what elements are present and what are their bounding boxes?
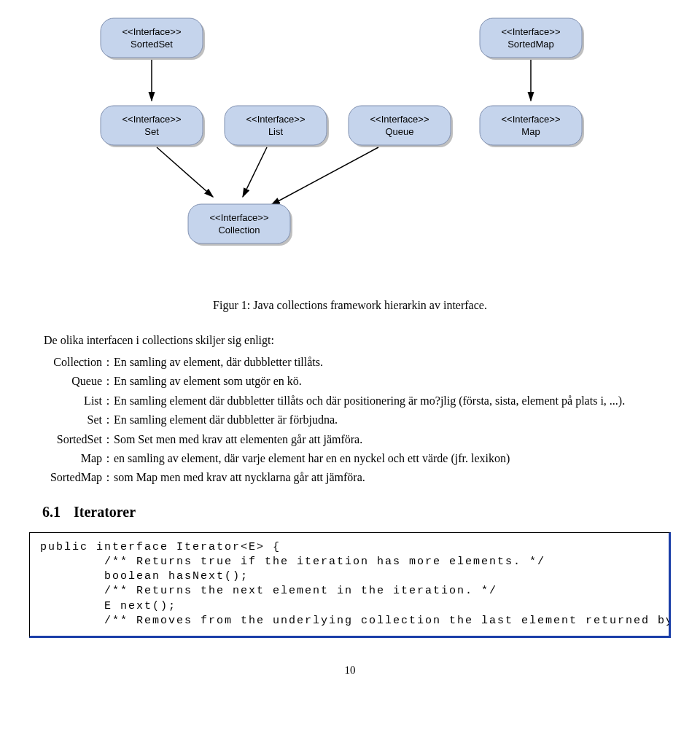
def-desc: Som Set men med krav att elementen går a… — [114, 432, 671, 448]
section-number: 6.1 — [42, 504, 61, 520]
def-term: SortedMap — [29, 470, 102, 486]
def-row: SortedMap : som Map men med krav att nyc… — [29, 470, 671, 486]
def-row: Queue : En samling av element som utgör … — [29, 373, 671, 389]
svg-rect-5 — [480, 18, 582, 58]
svg-text:Queue: Queue — [385, 126, 413, 137]
code-block: public interface Iterator<E> { /** Retur… — [29, 532, 671, 639]
node-queue: <<Interface>> Queue — [349, 106, 453, 147]
node-sorted-map: <<Interface>> SortedMap — [480, 18, 584, 60]
definition-list: Collection : En samling av element, där … — [29, 354, 671, 486]
figure-caption: Figur 1: Java collections framework hier… — [29, 299, 671, 312]
svg-text:List: List — [268, 126, 284, 137]
def-term: Set — [29, 412, 102, 428]
svg-text:<<Interface>>: <<Interface>> — [502, 26, 561, 37]
def-term: List — [29, 393, 102, 409]
svg-text:SortedSet: SortedSet — [131, 39, 173, 50]
svg-text:<<Interface>>: <<Interface>> — [122, 26, 182, 37]
def-term: Collection — [29, 354, 102, 370]
svg-rect-19 — [349, 106, 451, 145]
svg-line-26 — [157, 147, 213, 197]
svg-line-27 — [243, 147, 267, 197]
svg-text:<<Interface>>: <<Interface>> — [210, 212, 269, 223]
def-row: Collection : En samling av element, där … — [29, 354, 671, 370]
svg-text:Set: Set — [144, 126, 159, 137]
node-collection: <<Interface>> Collection — [188, 204, 292, 246]
intro-text: De olika interfacen i collections skilje… — [29, 334, 671, 347]
def-term: Map — [29, 451, 102, 467]
svg-rect-11 — [101, 106, 203, 145]
svg-text:<<Interface>>: <<Interface>> — [122, 114, 182, 125]
node-map: <<Interface>> Map — [480, 106, 584, 147]
svg-rect-15 — [225, 106, 327, 145]
def-desc: En samling av element, där dubbletter ti… — [114, 354, 671, 370]
def-desc: En samling av element som utgör en kö. — [114, 373, 671, 389]
node-set: <<Interface>> Set — [101, 106, 205, 147]
collections-diagram: <<Interface>> SortedSet <<Interface>> So… — [51, 15, 649, 284]
def-term: SortedSet — [29, 432, 102, 448]
def-desc: En samling element där dubbletter tillåt… — [114, 393, 671, 409]
def-row: SortedSet : Som Set men med krav att ele… — [29, 432, 671, 448]
svg-text:Map: Map — [521, 126, 540, 137]
svg-text:SortedMap: SortedMap — [508, 39, 554, 50]
page-number: 10 — [29, 664, 671, 677]
svg-line-28 — [271, 147, 378, 205]
node-list: <<Interface>> List — [225, 106, 329, 147]
node-sorted-set: <<Interface>> SortedSet — [101, 18, 205, 60]
section-title: Iteratorer — [74, 504, 136, 520]
section-heading: 6.1Iteratorer — [42, 504, 671, 521]
def-row: List : En samling element där dubbletter… — [29, 393, 671, 409]
svg-text:Collection: Collection — [218, 225, 260, 235]
svg-rect-30 — [188, 204, 290, 244]
def-row: Map : en samling av element, där varje e… — [29, 451, 671, 467]
svg-rect-23 — [480, 106, 582, 145]
def-desc: en samling av element, där varje element… — [114, 451, 671, 467]
def-desc: som Map men med krav att nycklarna går a… — [114, 470, 671, 486]
svg-text:<<Interface>>: <<Interface>> — [246, 114, 306, 125]
def-row: Set : En samling element där dubbletter … — [29, 412, 671, 428]
def-term: Queue — [29, 373, 102, 389]
svg-text:<<Interface>>: <<Interface>> — [502, 114, 561, 125]
svg-rect-1 — [101, 18, 203, 58]
def-desc: En samling element där dubbletter är för… — [114, 412, 671, 428]
svg-text:<<Interface>>: <<Interface>> — [370, 114, 429, 125]
